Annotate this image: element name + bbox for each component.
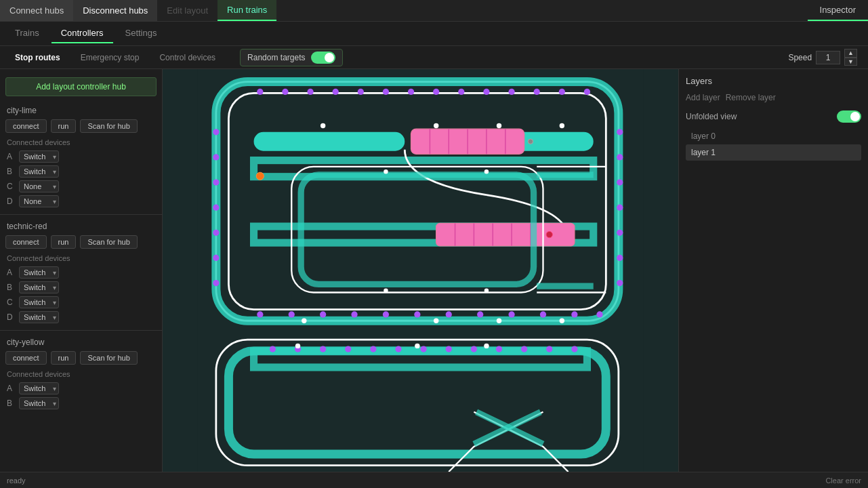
svg-point-33 (534, 89, 540, 95)
tab-controllers[interactable]: Controllers (51, 24, 113, 43)
svg-point-44 (383, 311, 389, 317)
device-row: B SwitchNone (0, 164, 162, 179)
svg-point-32 (508, 89, 514, 95)
device-select-tr-c[interactable]: SwitchNone (19, 296, 59, 308)
svg-point-27 (383, 89, 389, 95)
svg-point-58 (617, 179, 623, 185)
svg-point-40 (257, 311, 263, 317)
device-row: C NoneSwitch (0, 179, 162, 194)
hub-city-lime-devices-label: Connected devices (0, 138, 162, 149)
hub-city-lime-name: city-lime (0, 104, 162, 118)
layer-1-item[interactable]: layer 1 (686, 144, 861, 161)
device-select-d[interactable]: NoneSwitch (19, 195, 59, 207)
tab-trains[interactable]: Trains (5, 24, 49, 43)
device-select-wrap-d: NoneSwitch (19, 195, 59, 207)
svg-point-84 (370, 346, 376, 352)
svg-point-49 (540, 311, 546, 317)
device-select-a[interactable]: SwitchNone (19, 150, 59, 163)
svg-point-95 (295, 344, 300, 348)
svg-point-93 (415, 344, 419, 348)
hub-technic-red-scan[interactable]: Scan for hub (80, 235, 137, 249)
random-targets-control: Random targets (240, 49, 342, 66)
svg-point-41 (289, 311, 295, 317)
svg-point-22 (257, 89, 263, 95)
svg-point-36 (434, 123, 438, 128)
disconnect-hubs-button[interactable]: Disconnect hubs (73, 0, 157, 21)
layers-section: Layers Add layer Remove layer Unfolded v… (686, 76, 861, 161)
speed-input[interactable] (816, 51, 840, 64)
svg-point-12 (528, 139, 533, 144)
hub-city-yellow: city-yellow connect run Scan for hub Con… (0, 336, 162, 411)
speed-label: Speed (788, 53, 812, 62)
hub-technic-red-name: technic-red (0, 220, 162, 234)
run-trains-button[interactable]: Run trains (218, 0, 276, 21)
control-devices-tab[interactable]: Control devices (150, 49, 225, 66)
speed-up-button[interactable]: ▲ (844, 49, 857, 58)
hub-technic-red-devices-label: Connected devices (0, 254, 162, 265)
layers-actions: Add layer Remove layer (686, 92, 861, 104)
add-layer-button[interactable]: Add layer (686, 92, 720, 104)
svg-point-23 (282, 89, 288, 95)
unfolded-view-row: Unfolded view (686, 110, 861, 123)
hub-city-lime-scan[interactable]: Scan for hub (80, 119, 137, 133)
svg-point-86 (421, 346, 427, 352)
device-select-tr-a[interactable]: SwitchNone (19, 266, 59, 279)
top-bar: Connect hubs Disconnect hubs Edit layout… (0, 0, 868, 22)
device-letter-a: A (7, 152, 15, 161)
svg-point-94 (484, 344, 489, 348)
svg-point-30 (458, 89, 464, 95)
device-row: B SwitchNone (0, 280, 162, 295)
svg-point-82 (320, 346, 326, 352)
unfolded-view-toggle[interactable] (837, 110, 861, 123)
hub-city-yellow-scan[interactable]: Scan for hub (80, 351, 137, 365)
speed-down-button[interactable]: ▼ (844, 58, 857, 66)
svg-point-43 (351, 311, 357, 317)
svg-point-65 (213, 179, 219, 185)
svg-point-53 (497, 319, 501, 323)
hub-city-lime-connect[interactable]: connect (5, 119, 47, 133)
device-row: D NoneSwitch (0, 194, 162, 209)
device-select-wrap-a: SwitchNone (19, 150, 59, 163)
main-content: Add layout controller hub city-lime conn… (0, 69, 868, 472)
svg-point-50 (571, 311, 577, 317)
device-row: B SwitchNone (0, 396, 162, 411)
svg-point-74 (484, 169, 489, 174)
add-hub-button[interactable]: Add layout controller hub (5, 77, 157, 96)
device-select-tr-d[interactable]: SwitchNone (19, 311, 59, 323)
layer-0-item[interactable]: layer 0 (686, 128, 861, 144)
sidebar: Add layout controller hub city-lime conn… (0, 69, 163, 472)
svg-point-34 (559, 89, 565, 95)
tab-settings[interactable]: Settings (116, 24, 167, 43)
svg-point-88 (471, 346, 477, 352)
track-canvas[interactable] (163, 69, 678, 472)
hub-technic-red-controls: connect run Scan for hub (0, 234, 162, 250)
device-select-cy-b[interactable]: SwitchNone (19, 397, 59, 409)
random-targets-toggle[interactable] (311, 52, 335, 64)
svg-point-59 (617, 205, 623, 211)
hub-technic-red-run[interactable]: run (51, 235, 77, 249)
svg-point-70 (256, 172, 264, 180)
svg-point-42 (320, 311, 326, 317)
connect-hubs-button[interactable]: Connect hubs (0, 0, 73, 21)
stop-routes-tab[interactable]: Stop routes (5, 49, 70, 66)
svg-point-90 (521, 346, 527, 352)
svg-point-68 (213, 255, 219, 261)
unfolded-view-label: Unfolded view (686, 112, 737, 121)
hub-city-lime-run[interactable]: run (51, 119, 77, 133)
inspector-button[interactable]: Inspector (808, 0, 868, 21)
svg-point-85 (395, 346, 401, 352)
hub-city-yellow-run[interactable]: run (51, 351, 77, 365)
svg-point-24 (307, 89, 313, 95)
remove-layer-button[interactable]: Remove layer (726, 92, 776, 104)
hub-city-yellow-connect[interactable]: connect (5, 351, 47, 365)
hub-technic-red-connect[interactable]: connect (5, 235, 47, 249)
device-select-c[interactable]: NoneSwitch (19, 180, 59, 192)
device-select-cy-a[interactable]: SwitchNone (19, 382, 59, 394)
device-select-tr-b[interactable]: SwitchNone (19, 281, 59, 293)
emergency-stop-tab[interactable]: Emergency stop (71, 49, 149, 66)
clear-error-button[interactable]: Clear error (825, 476, 861, 485)
device-select-b[interactable]: SwitchNone (19, 165, 59, 178)
hub-city-yellow-name: city-yellow (0, 336, 162, 350)
tabs-bar: Trains Controllers Settings (0, 22, 868, 46)
speed-arrows: ▲ ▼ (844, 49, 857, 66)
